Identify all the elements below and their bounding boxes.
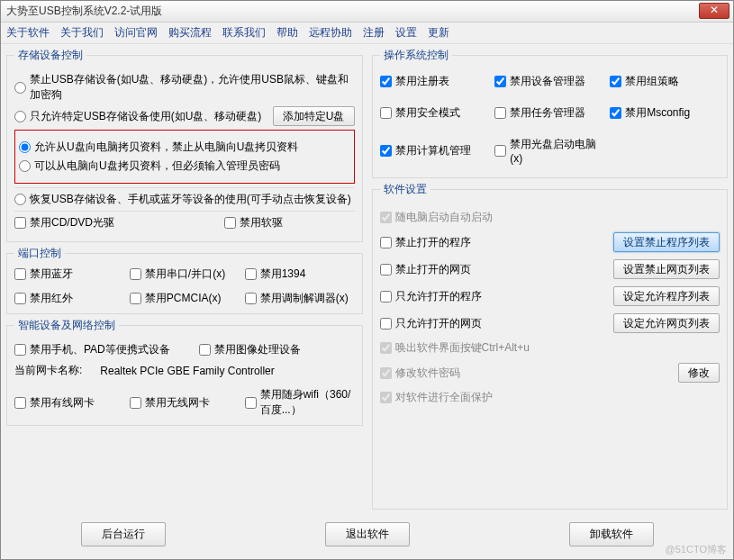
software-legend: 软件设置 [380,182,430,197]
chk-wired-nic[interactable]: 禁用有线网卡 [14,387,124,418]
radio-pc-to-usb-pw[interactable]: 可以从电脑向U盘拷贝资料，但必须输入管理员密码 [19,158,280,174]
storage-legend: 存储设备控制 [14,48,86,63]
radio-allow-specific[interactable]: 只允许特定USB存储设备使用(如U盘、移动硬盘) [14,109,261,124]
menu-settings[interactable]: 设置 [395,25,417,41]
chk-gpedit[interactable]: 禁用组策略 [610,74,720,89]
smart-legend: 智能设备及网络控制 [14,318,119,333]
chk-compmgmt[interactable]: 禁用计算机管理 [380,137,490,165]
menubar: 关于软件 关于我们 访问官网 购买流程 联系我们 帮助 远程协助 注册 设置 更… [1,23,733,44]
radio-restore[interactable]: 恢复USB存储设备、手机或蓝牙等设备的使用(可手动点击恢复设备) [14,192,351,207]
nic-value: Realtek PCIe GBE Family Controller [100,365,274,377]
highlighted-options: 允许从U盘向电脑拷贝资料，禁止从电脑向U盘拷贝资料 可以从电脑向U盘拷贝资料，但… [14,130,355,184]
chk-1394[interactable]: 禁用1394 [245,266,355,282]
menu-purchase[interactable]: 购买流程 [168,25,212,41]
chk-msconfig[interactable]: 禁用Msconfig [610,105,720,121]
btn-forbid-prog-list[interactable]: 设置禁止程序列表 [613,232,720,252]
btn-allow-page-list[interactable]: 设定允许网页列表 [613,313,720,333]
menu-website[interactable]: 访问官网 [114,25,158,41]
chk-regedit[interactable]: 禁用注册表 [380,74,490,89]
menu-remote[interactable]: 远程协助 [309,25,352,41]
chk-allow-prog[interactable]: 只允许打开的程序 [380,289,482,304]
uninstall-button[interactable]: 卸载软件 [569,522,654,546]
chk-cdboot[interactable]: 禁用光盘启动电脑(x) [494,137,604,165]
watermark: @51CTO博客 [666,543,727,556]
chk-forbid-prog[interactable]: 禁止打开的程序 [380,235,471,250]
chk-mobile[interactable]: 禁用手机、PAD等便携式设备 [14,342,170,357]
chk-modem[interactable]: 禁用调制解调器(x) [245,291,355,306]
chk-devmgr[interactable]: 禁用设备管理器 [494,74,604,89]
chk-pcmcia[interactable]: 禁用PCMCIA(x) [130,291,240,306]
chk-floppy[interactable]: 禁用软驱 [224,215,283,230]
menu-help[interactable]: 帮助 [276,25,298,41]
chk-wireless-nic[interactable]: 禁用无线网卡 [130,387,240,418]
chk-ir[interactable]: 禁用红外 [14,291,124,306]
chk-protect[interactable]: 对软件进行全面保护 [380,390,493,405]
menu-register[interactable]: 注册 [363,25,385,41]
os-legend: 操作系统控制 [380,48,452,63]
window-title: 大势至USB控制系统V2.2-试用版 [6,4,162,19]
titlebar: 大势至USB控制系统V2.2-试用版 ✕ [1,1,733,23]
run-background-button[interactable]: 后台运行 [81,522,166,546]
chk-autostart[interactable]: 随电脑启动自动启动 [380,210,493,225]
chk-hotkey[interactable]: 唤出软件界面按键Ctrl+Alt+u [380,340,530,356]
btn-allow-prog-list[interactable]: 设定允许程序列表 [613,286,720,306]
radio-ban-usb[interactable]: 禁止USB存储设备(如U盘、移动硬盘)，允许使用USB鼠标、键盘和加密狗 [14,72,355,103]
btn-change-password[interactable]: 修改 [678,363,720,383]
chk-portable-wifi[interactable]: 禁用随身wifi（360/百度...） [245,387,355,418]
chk-bluetooth[interactable]: 禁用蓝牙 [14,266,124,282]
chk-serial[interactable]: 禁用串口/并口(x) [130,266,240,282]
menu-about-sw[interactable]: 关于软件 [6,25,50,41]
port-group: 端口控制 禁用蓝牙 禁用串口/并口(x) 禁用1394 禁用红外 禁用PCMCI… [6,246,363,314]
chk-forbid-page[interactable]: 禁止打开的网页 [380,262,471,277]
chk-allow-page[interactable]: 只允许打开的网页 [380,316,482,331]
menu-contact[interactable]: 联系我们 [222,25,266,41]
exit-button[interactable]: 退出软件 [325,522,410,546]
nic-label: 当前网卡名称: [14,363,82,378]
menu-about-us[interactable]: 关于我们 [60,25,104,41]
chk-safemode[interactable]: 禁用安全模式 [380,105,490,121]
menu-update[interactable]: 更新 [428,25,449,41]
smart-group: 智能设备及网络控制 禁用手机、PAD等便携式设备 禁用图像处理设备 当前网卡名称… [6,318,363,426]
footer: 后台运行 退出软件 卸载软件 [1,513,733,559]
chk-taskmgr[interactable]: 禁用任务管理器 [494,105,604,121]
radio-usb-to-pc[interactable]: 允许从U盘向电脑拷贝资料，禁止从电脑向U盘拷贝资料 [19,140,298,155]
chk-imaging[interactable]: 禁用图像处理设备 [199,342,301,357]
storage-group: 存储设备控制 禁止USB存储设备(如U盘、移动硬盘)，允许使用USB鼠标、键盘和… [6,48,363,242]
btn-forbid-page-list[interactable]: 设置禁止网页列表 [613,259,720,279]
port-legend: 端口控制 [14,246,65,261]
add-usb-button[interactable]: 添加特定U盘 [273,106,355,126]
os-group: 操作系统控制 禁用注册表 禁用设备管理器 禁用组策略 禁用安全模式 禁用任务管理… [372,48,729,178]
software-group: 软件设置 随电脑启动自动启动 禁止打开的程序 设置禁止程序列表 禁止打开的网页 … [372,182,729,510]
chk-cd-dvd[interactable]: 禁用CD/DVD光驱 [14,215,114,230]
close-button[interactable]: ✕ [699,3,729,19]
chk-password[interactable]: 修改软件密码 [380,366,460,381]
